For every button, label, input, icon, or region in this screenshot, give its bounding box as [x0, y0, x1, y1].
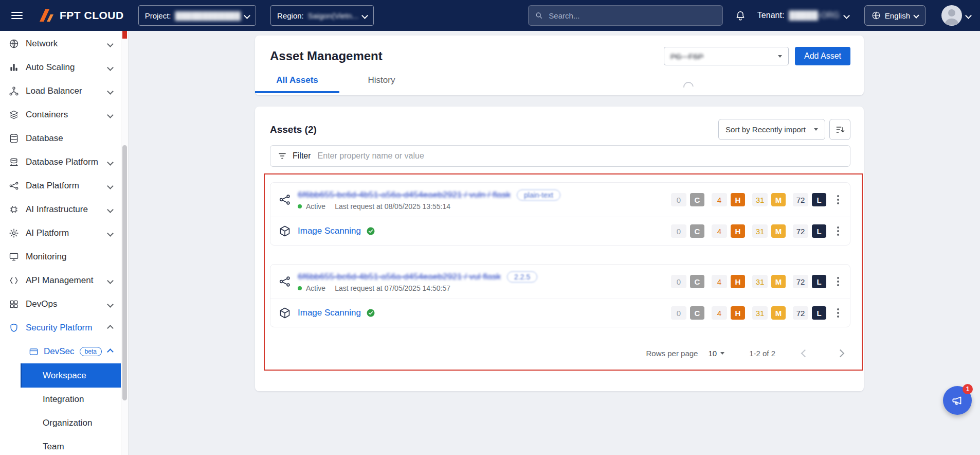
asset-name-link[interactable]: 6f6bb655-bc6d-4b51-a56a-d454eaeb2921 / v…: [298, 190, 511, 200]
language-select[interactable]: English: [864, 5, 925, 26]
sidebar-item-workspace[interactable]: Workspace: [21, 363, 121, 388]
avatar[interactable]: [941, 5, 962, 26]
asset-row[interactable]: 6f6bb655-bc6d-4b51-a56a-d454eaeb2921 / v…: [270, 265, 850, 299]
database-platform-icon: [9, 157, 19, 167]
severity-low: 72L: [793, 224, 826, 238]
severity-badge: C: [690, 306, 704, 320]
search-input[interactable]: [548, 11, 716, 21]
caret-down-icon: [778, 55, 782, 58]
status-dot: [298, 204, 302, 208]
asset-info: 6f6bb655-bc6d-4b51-a56a-d454eaeb2921 / v…: [298, 271, 537, 292]
sidebar-item-label: Data Platform: [26, 181, 79, 191]
asset-row[interactable]: 6f6bb655-bc6d-4b51-a56a-d454eaeb2921 / v…: [270, 183, 850, 217]
card-icon: [29, 347, 39, 357]
sidebar-item-load-balancer[interactable]: Load Balancer: [0, 79, 121, 103]
chevron-down-icon: [843, 12, 850, 19]
severity-medium: 31M: [752, 306, 786, 320]
image-scanning-row[interactable]: Image Scanning 0C 4H 31M 72L: [270, 217, 850, 245]
tenant-prefix: Tenant:: [757, 11, 784, 20]
asset-name-link[interactable]: 6f6bb655-bc6d-4b51-a56a-d454eaeb2921 / v…: [298, 272, 501, 282]
severity-high: 4H: [712, 193, 745, 206]
scope-select[interactable]: PG - FSP: [664, 47, 789, 65]
fpt-logo[interactable]: FPT CLOUD: [38, 8, 124, 23]
severity-badge: L: [812, 275, 826, 288]
row-menu-icon[interactable]: [834, 274, 842, 289]
notifications-button[interactable]: [735, 10, 746, 21]
sidebar-item-data-platform[interactable]: Data Platform: [0, 174, 121, 198]
sidebar-item-ai-infrastructure[interactable]: AI Infrastructure: [0, 198, 121, 221]
severity-critical: 0C: [671, 193, 704, 206]
last-request-text: Last request at 07/05/2025 14:50:57: [335, 284, 450, 292]
user-icon: [941, 5, 962, 26]
row-menu-icon[interactable]: [834, 306, 842, 320]
code-brackets-icon: [9, 275, 19, 286]
announcements-fab[interactable]: 1: [943, 386, 972, 415]
sort-direction-button[interactable]: [829, 119, 850, 140]
sidebar-item-database[interactable]: Database: [0, 127, 121, 150]
account-chevron-icon[interactable]: [965, 12, 972, 19]
chevron-down-icon: [107, 41, 114, 47]
sidebar-item-security-platform[interactable]: Security Platform: [0, 316, 121, 340]
severity-high: 4H: [712, 224, 745, 238]
sidebar-item-monitoring[interactable]: Monitoring: [0, 245, 121, 269]
sidebar-item-auto-scaling[interactable]: Auto Scaling: [0, 56, 121, 79]
previous-page-button[interactable]: [799, 346, 811, 361]
rows-per-page-select[interactable]: 10: [708, 349, 724, 358]
sidebar-item-label: Load Balancer: [26, 86, 82, 96]
image-scanning-link[interactable]: Image Scanning: [298, 308, 361, 318]
asset-hub-icon: [279, 194, 291, 206]
row-menu-icon[interactable]: [834, 224, 842, 238]
sidebar-item-label: Containers: [26, 110, 68, 120]
sidebar-item-integration[interactable]: Integration: [0, 388, 121, 411]
sidebar-item-api-management[interactable]: API Management: [0, 269, 121, 292]
sidebar-item-label: DevSec: [44, 346, 75, 357]
tab-history[interactable]: History: [339, 69, 424, 93]
severity-medium: 31M: [752, 224, 786, 238]
region-select[interactable]: Region: Saigon(Vietn...: [270, 5, 374, 26]
tabs: All Assets History: [255, 69, 864, 93]
filter-input[interactable]: [317, 151, 843, 161]
sidebar-item-organization[interactable]: Organization: [0, 411, 121, 435]
database-icon: [9, 133, 19, 144]
image-scanning-link[interactable]: Image Scanning: [298, 226, 361, 236]
severity-high: 4H: [712, 306, 745, 320]
filter-bar: Filter: [270, 145, 850, 167]
severity-badges: 0C 4H 31M 72L: [671, 275, 826, 288]
chevron-down-icon: [107, 183, 114, 189]
tenant-value: █████-ORG: [789, 11, 839, 20]
grid-icon: [9, 299, 19, 309]
next-page-button[interactable]: [834, 346, 846, 361]
add-asset-button[interactable]: Add Asset: [795, 47, 850, 65]
sidebar-item-containers[interactable]: Containers: [0, 103, 121, 127]
severity-medium: 31M: [752, 275, 786, 288]
brand-text: FPT CLOUD: [60, 9, 124, 22]
image-scanning-row[interactable]: Image Scanning 0C 4H 31M 72L: [270, 299, 850, 327]
scrollbar-thumb[interactable]: [122, 145, 127, 400]
sidebar-item-devops[interactable]: DevOps: [0, 292, 121, 316]
chevron-down-icon: [107, 88, 114, 95]
sidebar-item-label: Security Platform: [26, 323, 92, 333]
sidebar-item-label: AI Platform: [26, 228, 69, 238]
tenant-select[interactable]: Tenant: █████-ORG: [757, 11, 849, 20]
sidebar-item-ai-platform[interactable]: AI Platform: [0, 221, 121, 245]
sidebar-item-label: Integration: [43, 394, 84, 405]
sidebar-item-team[interactable]: Team: [0, 435, 121, 455]
tab-all-assets[interactable]: All Assets: [255, 69, 339, 93]
sidebar-item-database-platform[interactable]: Database Platform: [0, 150, 121, 174]
menu-icon[interactable]: [9, 8, 25, 23]
package-icon: [279, 225, 291, 237]
severity-medium: 31M: [752, 193, 786, 206]
severity-badge: L: [812, 193, 826, 206]
status-dot: [298, 286, 302, 290]
row-menu-icon[interactable]: [834, 192, 842, 207]
sort-select[interactable]: Sort by Recently import: [718, 119, 825, 140]
project-select[interactable]: Project: ████████████: [138, 5, 256, 26]
severity-badge: H: [731, 224, 745, 238]
assets-count-title: Assets (2): [270, 124, 317, 135]
severity-badge: H: [731, 193, 745, 206]
sidebar-item-devsec[interactable]: DevSec beta: [0, 340, 121, 363]
severity-count: 72: [793, 193, 808, 206]
sidebar-item-network[interactable]: Network: [0, 32, 121, 56]
severity-badges: 0C 4H 31M 72L: [671, 193, 826, 206]
globe-icon: [9, 39, 19, 49]
